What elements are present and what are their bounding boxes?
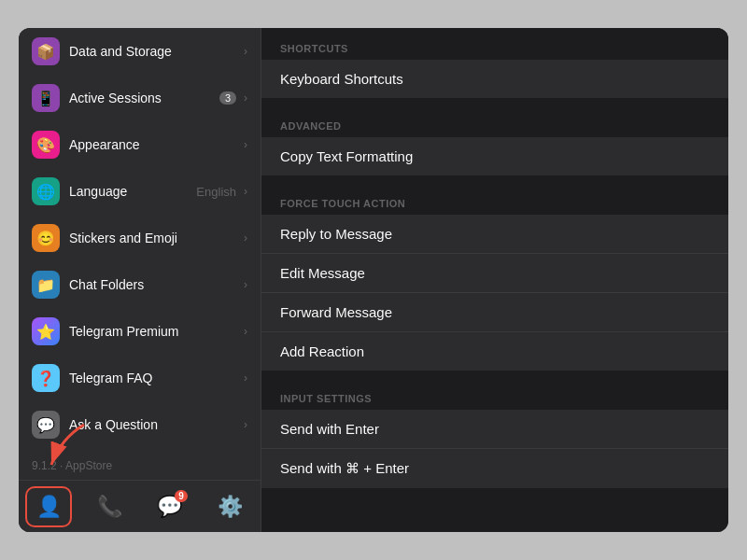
nav-item-calls[interactable]: 📞 [86, 486, 133, 527]
sidebar-label-appearance: Appearance [69, 137, 240, 152]
settings-row-send-with-enter[interactable]: Send with Enter [261, 410, 728, 449]
sidebar-item-appearance[interactable]: 🎨Appearance› [19, 121, 261, 168]
sidebar-icon-data-storage: 📦 [32, 37, 60, 65]
chevron-icon-active-sessions: › [244, 91, 247, 105]
section-header-input-settings: INPUT SETTINGS [261, 378, 728, 410]
section-header-shortcuts: SHORTCUTS [261, 28, 728, 60]
nav-item-settings[interactable]: ⚙️ [207, 486, 254, 527]
settings-group-force-touch: Reply to MessageEdit MessageForward Mess… [261, 215, 728, 371]
sidebar-list: 📦Data and Storage›📱Active Sessions3›🎨App… [19, 28, 261, 452]
sidebar-item-telegram-premium[interactable]: ⭐Telegram Premium› [19, 308, 261, 355]
settings-row-add-reaction[interactable]: Add Reaction [261, 332, 728, 371]
settings-group-input-settings: Send with EnterSend with ⌘ + Enter [261, 410, 728, 488]
chevron-icon-appearance: › [244, 138, 247, 151]
chevron-icon-ask-question: › [244, 418, 247, 431]
sidebar-label-telegram-faq: Telegram FAQ [69, 371, 240, 385]
chevron-icon-language: › [244, 185, 247, 198]
settings-row-label-copy-text-formatting: Copy Text Formatting [280, 148, 710, 164]
settings-row-label-reply-to-message: Reply to Message [280, 226, 710, 242]
settings-row-label-send-with-cmd-enter: Send with ⌘ + Enter [280, 460, 710, 477]
settings-row-label-keyboard-shortcuts: Keyboard Shortcuts [280, 71, 710, 87]
sidebar-label-active-sessions: Active Sessions [69, 91, 219, 105]
sidebar-version: 9.1.2 · AppStore [19, 452, 261, 480]
settings-row-forward-message[interactable]: Forward Message [261, 293, 728, 332]
sidebar-item-data-storage[interactable]: 📦Data and Storage› [19, 28, 261, 75]
sidebar-item-stickers-emoji[interactable]: 😊Stickers and Emoji› [19, 215, 261, 261]
chevron-icon-stickers-emoji: › [244, 231, 247, 245]
settings-row-reply-to-message[interactable]: Reply to Message [261, 215, 728, 254]
nav-item-chats[interactable]: 💬9 [147, 486, 193, 527]
sidebar-label-telegram-premium: Telegram Premium [69, 324, 240, 339]
section-header-force-touch: FORCE TOUCH ACTION [261, 183, 728, 215]
nav-icon-contacts: 👤 [36, 495, 62, 519]
settings-group-advanced: Copy Text Formatting [261, 137, 728, 175]
sidebar-item-language[interactable]: 🌐LanguageEnglish› [19, 168, 261, 215]
bottom-nav: 👤📞💬9⚙️ [19, 480, 261, 532]
sidebar-label-language: Language [69, 184, 196, 199]
sidebar-icon-language: 🌐 [32, 177, 60, 205]
chevron-icon-chat-folders: › [244, 278, 247, 291]
app-window: 📦Data and Storage›📱Active Sessions3›🎨App… [19, 28, 728, 532]
nav-item-contacts[interactable]: 👤 [25, 486, 72, 527]
section-header-advanced: ADVANCED [261, 105, 728, 137]
sidebar-badge-active-sessions: 3 [219, 91, 236, 105]
sidebar-icon-active-sessions: 📱 [32, 84, 60, 112]
sidebar-item-chat-folders[interactable]: 📁Chat Folders› [19, 261, 261, 308]
settings-row-label-send-with-enter: Send with Enter [280, 421, 710, 437]
chevron-icon-telegram-premium: › [244, 325, 247, 338]
nav-icon-calls: 📞 [97, 495, 122, 519]
settings-row-send-with-cmd-enter[interactable]: Send with ⌘ + Enter [261, 449, 728, 488]
settings-row-label-add-reaction: Add Reaction [280, 343, 710, 359]
sidebar-icon-ask-question: 💬 [32, 411, 60, 439]
nav-icon-settings: ⚙️ [218, 495, 243, 519]
settings-row-copy-text-formatting[interactable]: Copy Text Formatting [261, 137, 728, 175]
sidebar-label-data-storage: Data and Storage [69, 44, 240, 59]
sidebar-value-language: English [196, 185, 236, 199]
app-body: 📦Data and Storage›📱Active Sessions3›🎨App… [19, 28, 728, 532]
sidebar-item-ask-question[interactable]: 💬Ask a Question› [19, 401, 261, 448]
sidebar-label-stickers-emoji: Stickers and Emoji [69, 231, 240, 245]
sidebar-icon-chat-folders: 📁 [32, 271, 60, 299]
sidebar-icon-telegram-premium: ⭐ [32, 317, 60, 345]
chevron-icon-telegram-faq: › [244, 371, 247, 385]
sidebar-item-active-sessions[interactable]: 📱Active Sessions3› [19, 75, 261, 121]
chevron-icon-data-storage: › [244, 45, 247, 58]
sidebar: 📦Data and Storage›📱Active Sessions3›🎨App… [19, 28, 261, 532]
sidebar-label-chat-folders: Chat Folders [69, 277, 240, 292]
sidebar-label-ask-question: Ask a Question [69, 417, 240, 432]
settings-group-shortcuts: Keyboard Shortcuts [261, 60, 728, 98]
sidebar-icon-stickers-emoji: 😊 [32, 224, 60, 252]
sidebar-item-telegram-faq[interactable]: ❓Telegram FAQ› [19, 355, 261, 401]
settings-row-edit-message[interactable]: Edit Message [261, 254, 728, 293]
right-panel: SHORTCUTSKeyboard ShortcutsADVANCEDCopy … [261, 28, 728, 532]
settings-row-label-edit-message: Edit Message [280, 265, 710, 281]
settings-row-keyboard-shortcuts[interactable]: Keyboard Shortcuts [261, 60, 728, 98]
sidebar-icon-appearance: 🎨 [32, 131, 60, 159]
settings-row-label-forward-message: Forward Message [280, 304, 710, 320]
sidebar-icon-telegram-faq: ❓ [32, 364, 60, 392]
nav-badge-chats: 9 [175, 490, 188, 502]
